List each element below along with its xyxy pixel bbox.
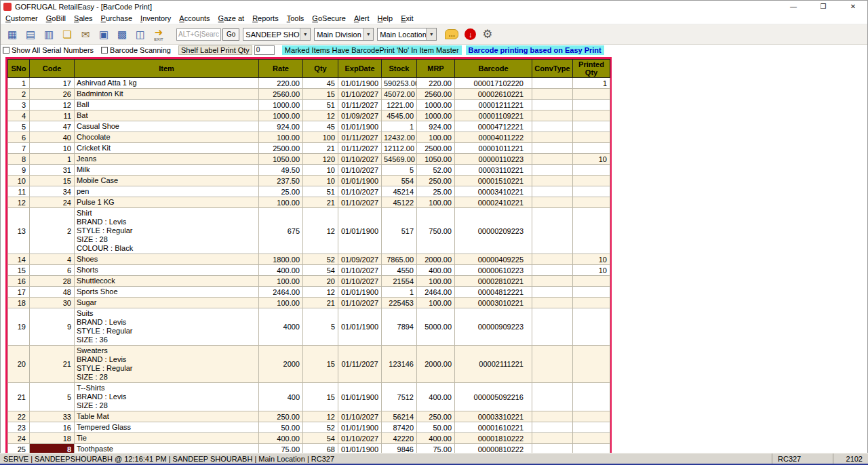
cell-expdate[interactable]: 01/10/2027 [338,265,382,276]
cell-barcode[interactable]: 00000110223 [455,154,532,165]
cell-convtype[interactable] [532,186,573,197]
cell-qty[interactable]: 54 [303,433,338,444]
cell-barcode[interactable]: 00004011222 [455,132,532,143]
cell-sno[interactable]: 18 [8,298,30,308]
cell-expdate[interactable]: 01/01/1900 [338,176,382,186]
cell-code[interactable]: 1 [30,154,75,165]
cell-expdate[interactable]: 01/01/1900 [338,287,382,298]
cell-barcode[interactable]: 00000409225 [455,254,532,265]
cell-item[interactable]: Sugar [75,298,259,308]
cell-sno[interactable]: 19 [8,308,30,346]
cell-barcode[interactable]: 00001011221 [455,143,532,154]
cell-printed_qty[interactable] [573,346,610,383]
cell-barcode[interactable]: 000017102220 [455,78,532,89]
column-header-item[interactable]: Item [75,60,259,78]
cell-sno[interactable]: 20 [8,346,30,383]
cell-barcode[interactable]: 00000610223 [455,265,532,276]
table-row[interactable]: 1628Shuttlecock100.002001/10/20272155410… [8,276,610,287]
column-header-qty[interactable]: Qty [303,60,338,78]
cell-mrp[interactable]: 25.00 [417,186,455,197]
cell-convtype[interactable] [532,287,573,298]
cell-sno[interactable]: 11 [8,186,30,197]
cell-expdate[interactable]: 01/11/2027 [338,346,382,383]
cell-convtype[interactable] [532,208,573,254]
cell-mrp[interactable]: 2000.00 [417,254,455,265]
table-row[interactable]: 1224Pulse 1 KG100.002101/10/202745122100… [8,197,610,208]
cell-item[interactable]: Table Mat [75,411,259,422]
cell-code[interactable]: 30 [30,298,75,308]
cell-barcode[interactable]: 00001810222 [455,433,532,444]
cell-convtype[interactable] [532,100,573,110]
cell-rate[interactable]: 4000 [259,308,303,346]
cell-barcode[interactable]: 00003310221 [455,411,532,422]
cell-sno[interactable]: 1 [8,78,30,89]
cell-convtype[interactable] [532,276,573,287]
cell-printed_qty[interactable] [573,132,610,143]
cell-code[interactable]: 34 [30,186,75,197]
cell-barcode[interactable]: 00003410221 [455,186,532,197]
cell-printed_qty[interactable] [573,308,610,346]
cell-printed_qty[interactable] [573,422,610,433]
cell-printed_qty[interactable] [573,298,610,308]
cell-convtype[interactable] [532,265,573,276]
cell-stock[interactable]: 1 [382,287,417,298]
cell-mrp[interactable]: 250.00 [417,176,455,186]
menu-item-customer[interactable]: Customer [1,14,42,23]
cell-printed_qty[interactable] [573,208,610,254]
cell-mrp[interactable]: 1000.00 [417,100,455,110]
cell-expdate[interactable]: 01/10/2027 [338,165,382,176]
cell-code[interactable]: 12 [30,100,75,110]
cell-printed_qty[interactable] [573,110,610,121]
cell-printed_qty[interactable] [573,197,610,208]
cell-barcode[interactable]: 00001211221 [455,100,532,110]
cell-qty[interactable]: 15 [303,383,338,411]
cell-qty[interactable]: 52 [303,422,338,433]
cell-qty[interactable]: 52 [303,254,338,265]
settings-gears-icon[interactable]: ⚙ [482,28,492,40]
menu-item-sales[interactable]: Sales [70,14,97,23]
menu-item-accounts[interactable]: Accounts [175,14,214,23]
cell-mrp[interactable]: 100.00 [417,197,455,208]
cell-qty[interactable]: 21 [303,143,338,154]
cell-code[interactable]: 16 [30,422,75,433]
cell-stock[interactable]: 7894 [382,308,417,346]
cell-barcode[interactable]: 00002810221 [455,276,532,287]
cell-rate[interactable]: 100.00 [259,276,303,287]
cell-sno[interactable]: 14 [8,254,30,265]
cell-mrp[interactable]: 100.00 [417,298,455,308]
cell-code[interactable]: 15 [30,176,75,186]
cell-item[interactable]: Casual Shoe [75,121,259,132]
table-row[interactable]: 1015Mobile Case237.501001/01/1900554250.… [8,176,610,186]
cell-convtype[interactable] [532,165,573,176]
cell-barcode[interactable]: 00001610221 [455,422,532,433]
menu-item-gosecure[interactable]: GoSecure [308,14,350,23]
cell-printed_qty[interactable] [573,89,610,100]
cell-code[interactable]: 48 [30,287,75,298]
exit-icon[interactable]: ➜EXIT [151,26,167,43]
cell-qty[interactable]: 12 [303,110,338,121]
table-row[interactable]: 312Ball1000.005101/11/20271221.001000.00… [8,100,610,110]
cell-item[interactable]: Shorts [75,265,259,276]
cell-item[interactable]: Pulse 1 KG [75,197,259,208]
cell-mrp[interactable]: 2000.00 [417,346,455,383]
cell-item[interactable]: Bat [75,110,259,121]
cell-expdate[interactable]: 01/10/2027 [338,433,382,444]
column-header-mrp[interactable]: MRP [417,60,455,78]
cell-convtype[interactable] [532,308,573,346]
cell-code[interactable]: 31 [30,165,75,176]
cell-qty[interactable]: 12 [303,208,338,254]
cell-expdate[interactable]: 01/11/2027 [338,100,382,110]
cell-printed_qty[interactable] [573,176,610,186]
cell-convtype[interactable] [532,110,573,121]
table-row[interactable]: 2316Tempered Glass50.005201/01/190087420… [8,422,610,433]
cell-rate[interactable]: 250.00 [259,411,303,422]
table-row[interactable]: 215T--Shirts BRAND : Levis SIZE : 284001… [8,383,610,411]
cell-sno[interactable]: 8 [8,154,30,165]
cell-mrp[interactable]: 400.00 [417,433,455,444]
cell-mrp[interactable]: 2464.00 [417,287,455,298]
cell-convtype[interactable] [532,254,573,265]
cell-sno[interactable]: 12 [8,197,30,208]
cell-rate[interactable]: 2464.00 [259,287,303,298]
cell-barcode[interactable]: 00001109221 [455,110,532,121]
cell-item[interactable]: Shoes [75,254,259,265]
